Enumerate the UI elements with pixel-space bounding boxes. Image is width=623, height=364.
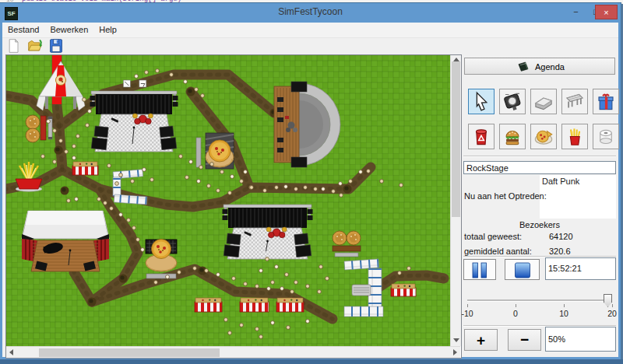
second-stage[interactable] bbox=[223, 205, 313, 259]
agenda-button-label: Agenda bbox=[535, 62, 565, 72]
striped-stand-4[interactable] bbox=[276, 298, 304, 312]
visitor-dot bbox=[259, 335, 263, 339]
time-display[interactable]: 15:52:21 bbox=[545, 257, 616, 280]
visitor-dot bbox=[232, 277, 236, 281]
visitor-dot bbox=[197, 180, 201, 184]
agenda-button[interactable]: Agenda bbox=[464, 58, 615, 75]
visitor-dot bbox=[275, 186, 279, 190]
slider-tick-label: -10 bbox=[458, 309, 477, 318]
slider-tick bbox=[467, 304, 468, 307]
menu-item-help[interactable]: Help bbox=[93, 23, 122, 34]
slider-track[interactable] bbox=[467, 299, 612, 302]
open-file-button[interactable] bbox=[26, 38, 45, 54]
visitor-dot bbox=[314, 187, 318, 191]
save-file-button[interactable] bbox=[48, 38, 66, 54]
visitor-dot bbox=[193, 267, 197, 271]
visitor-dot bbox=[255, 285, 259, 289]
fries-stand-tool[interactable] bbox=[561, 124, 588, 149]
map-horizontal-scrollbar[interactable] bbox=[6, 346, 460, 358]
zoom-in-button[interactable]: + bbox=[464, 329, 498, 351]
new-file-button[interactable] bbox=[5, 38, 24, 54]
visitor-dot bbox=[72, 145, 76, 149]
pause-button[interactable] bbox=[463, 259, 496, 280]
scroll-left-icon[interactable] bbox=[9, 349, 13, 355]
stage-light-tool[interactable] bbox=[499, 89, 526, 114]
path-tree bbox=[119, 275, 128, 283]
visitor-dot bbox=[290, 290, 294, 294]
burger-stand-tool[interactable] bbox=[499, 124, 526, 149]
agenda-book-icon bbox=[515, 62, 535, 72]
close-button[interactable]: × bbox=[595, 5, 618, 19]
map-viewport[interactable] bbox=[5, 54, 462, 359]
visitor-dot bbox=[240, 324, 244, 327]
festival-map[interactable] bbox=[6, 55, 450, 347]
visitor-dot bbox=[304, 186, 308, 190]
visitor-dot bbox=[67, 199, 71, 203]
horizontal-scroll-thumb[interactable] bbox=[39, 348, 220, 357]
visitor-dot bbox=[150, 178, 154, 182]
ramp-tool[interactable] bbox=[530, 89, 557, 114]
stage-name-input[interactable] bbox=[463, 161, 616, 174]
visitor-dot bbox=[86, 124, 90, 128]
visitor-dot bbox=[271, 321, 275, 325]
main-stage[interactable] bbox=[90, 80, 178, 152]
striped-stand-1[interactable] bbox=[72, 162, 98, 175]
striped-stand-5[interactable] bbox=[391, 284, 416, 296]
visitor-dot bbox=[76, 135, 80, 138]
visitor-dot bbox=[199, 166, 203, 170]
visitor-dot bbox=[184, 80, 188, 84]
scaffold-tool[interactable] bbox=[561, 89, 588, 114]
titlebar: SF SimFestTycoon −□× bbox=[0, 3, 621, 23]
visitor-dot bbox=[216, 273, 220, 277]
barn-stage[interactable] bbox=[22, 211, 109, 271]
visitor-dot bbox=[195, 88, 199, 92]
zoom-level-field[interactable]: 50% bbox=[545, 327, 616, 352]
visitor-dot bbox=[53, 129, 57, 133]
path-tree bbox=[55, 146, 63, 155]
menu-item-bewerken[interactable]: Bewerken bbox=[44, 23, 93, 34]
visitor-dot bbox=[367, 170, 371, 173]
zoom-out-button[interactable]: − bbox=[508, 329, 541, 351]
visitor-dot bbox=[178, 271, 181, 275]
visitor-dot bbox=[127, 219, 131, 222]
striped-stand-3[interactable] bbox=[240, 298, 269, 312]
gift-shop-tool[interactable] bbox=[593, 89, 619, 114]
now-playing-label: Nu aan het Optreden: bbox=[464, 191, 547, 201]
visitor-dot bbox=[154, 281, 158, 285]
stop-button[interactable] bbox=[505, 259, 540, 280]
visitor-dot bbox=[72, 156, 76, 160]
window-title: SimFestTycoon bbox=[0, 6, 621, 17]
metal-pallet[interactable] bbox=[352, 285, 371, 296]
visitor-dot bbox=[143, 168, 146, 172]
visitor-dot bbox=[41, 155, 45, 159]
scroll-down-icon[interactable] bbox=[453, 338, 459, 342]
menu-item-bestand[interactable]: Bestand bbox=[2, 23, 44, 34]
scroll-right-icon[interactable] bbox=[453, 349, 457, 355]
visitor-dot bbox=[380, 180, 384, 184]
select-tool[interactable] bbox=[468, 89, 495, 114]
map-vertical-scrollbar[interactable] bbox=[450, 55, 461, 346]
ramp-icon bbox=[531, 106, 556, 115]
vertical-scroll-thumb[interactable] bbox=[452, 61, 460, 217]
slider-tick bbox=[516, 304, 516, 307]
visitor-dot bbox=[47, 120, 51, 124]
visitor-dot bbox=[201, 94, 205, 98]
visitor-dot bbox=[179, 155, 183, 159]
visitor-dot bbox=[135, 75, 139, 79]
visitor-dot bbox=[280, 287, 284, 291]
minimize-button[interactable]: − bbox=[565, 5, 586, 19]
visitor-dot bbox=[294, 281, 298, 285]
speed-slider[interactable]: -1001020 bbox=[462, 292, 618, 323]
visitor-dot bbox=[170, 73, 174, 77]
slider-thumb[interactable] bbox=[604, 294, 612, 307]
stop-icon bbox=[512, 269, 533, 281]
pizza-stand-tool[interactable] bbox=[530, 124, 557, 149]
toilet-tool[interactable] bbox=[593, 124, 619, 149]
visitor-dot bbox=[75, 198, 79, 201]
visitor-dot bbox=[97, 198, 101, 201]
visitor-dot bbox=[207, 184, 211, 188]
visitor-dot bbox=[110, 207, 114, 211]
background-bottom-strip bbox=[0, 359, 623, 364]
striped-stand-2[interactable] bbox=[195, 298, 222, 312]
trash-bin-tool[interactable] bbox=[468, 124, 495, 149]
